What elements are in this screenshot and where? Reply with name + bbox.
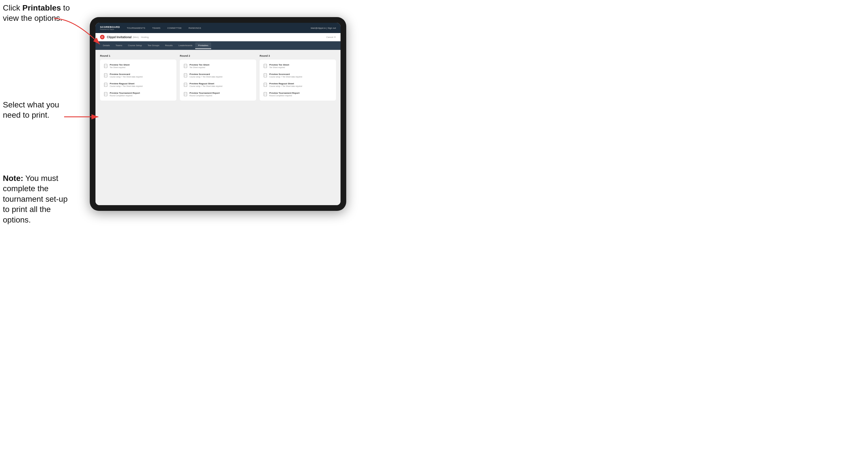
round-title-3: Round 3	[259, 55, 336, 57]
sub-navigation: Details Teams Course Setup Tee Groups Re…	[95, 41, 341, 50]
print-item-subtitle: Tee Sheet required	[189, 66, 210, 68]
tab-leaderboards[interactable]: Leaderboards	[176, 42, 195, 49]
print-item-r3-2[interactable]: Preview Scorecard Course setup + Tee She…	[262, 72, 333, 79]
print-item-title: Preview Scorecard	[110, 73, 143, 75]
round-section-2: Round 2 Preview Tee Sheet Tee Sheet requ…	[180, 55, 256, 101]
main-content: Round 1 Preview Tee Sheet Tee Sheet requ…	[95, 50, 341, 205]
user-info: blair@clippd.io | Sign out	[311, 27, 336, 29]
print-item-subtitle: Course setup + Tee Sheet data required	[189, 76, 222, 78]
tab-tee-groups[interactable]: Tee Groups	[145, 42, 162, 49]
print-item-r1-1[interactable]: Preview Tee Sheet Tee Sheet required	[103, 62, 174, 69]
instruction-bottom: Note: You must complete the tournament s…	[3, 173, 74, 225]
tournament-status: Hosting	[141, 36, 149, 38]
print-item-title: Preview Raguzzi Sheet	[189, 82, 222, 85]
arrow-to-printables	[51, 16, 108, 53]
rounds-grid: Round 1 Preview Tee Sheet Tee Sheet requ…	[100, 55, 336, 101]
print-item-text: Preview Scorecard Course setup + Tee She…	[269, 73, 302, 78]
round-card-1: Preview Tee Sheet Tee Sheet required Pre…	[100, 60, 176, 101]
print-item-text: Preview Tee Sheet Tee Sheet required	[269, 64, 289, 68]
print-item-subtitle: Tee Sheet required	[110, 66, 130, 68]
print-item-text: Preview Tournament Report Round Completi…	[189, 92, 220, 97]
tablet-screen: SCOREBOARD Powered by clippd TOURNAMENTS…	[95, 23, 341, 205]
print-item-title: Preview Tee Sheet	[189, 64, 210, 66]
print-item-r1-4[interactable]: Preview Tournament Report Round Completi…	[103, 91, 174, 98]
print-item-title: Preview Tee Sheet	[269, 64, 289, 66]
print-item-subtitle: Round Completion required	[189, 95, 220, 97]
print-item-text: Preview Scorecard Course setup + Tee She…	[110, 73, 143, 78]
print-item-r2-2[interactable]: Preview Scorecard Course setup + Tee She…	[183, 72, 253, 79]
print-item-text: Preview Raguzzi Sheet Course setup + Tee…	[189, 82, 222, 87]
round-card-3: Preview Tee Sheet Tee Sheet required Pre…	[259, 60, 336, 101]
nav-rankings[interactable]: RANKINGS	[187, 26, 202, 30]
print-item-text: Preview Raguzzi Sheet Course setup + Tee…	[269, 82, 302, 87]
print-item-r2-3[interactable]: Preview Raguzzi Sheet Course setup + Tee…	[183, 81, 253, 88]
round-title-1: Round 1	[100, 55, 176, 57]
cancel-button[interactable]: Cancel ✕	[326, 36, 336, 38]
document-icon	[264, 83, 268, 87]
instruction-middle: Select what youneed to print.	[3, 100, 66, 121]
tab-course-setup[interactable]: Course Setup	[125, 42, 145, 49]
document-icon	[264, 64, 268, 68]
nav-teams[interactable]: TEAMS	[151, 26, 162, 30]
document-icon	[264, 92, 268, 97]
document-icon	[184, 83, 188, 87]
print-item-text: Preview Tee Sheet Tee Sheet required	[110, 64, 130, 68]
document-icon	[104, 92, 108, 97]
document-icon	[104, 83, 108, 87]
round-section-3: Round 3 Preview Tee Sheet Tee Sheet requ…	[259, 55, 336, 101]
print-item-subtitle: Round Completion required	[110, 95, 140, 97]
round-card-2: Preview Tee Sheet Tee Sheet required Pre…	[180, 60, 256, 101]
print-item-text: Preview Tee Sheet Tee Sheet required	[189, 64, 210, 68]
nav-tournaments[interactable]: TOURNAMENTS	[126, 26, 147, 30]
print-item-subtitle: Course setup + Tee Sheet data required	[110, 85, 143, 87]
print-item-r3-1[interactable]: Preview Tee Sheet Tee Sheet required	[262, 62, 333, 69]
print-item-subtitle: Course setup + Tee Sheet data required	[110, 76, 143, 78]
round-section-1: Round 1 Preview Tee Sheet Tee Sheet requ…	[100, 55, 176, 101]
tab-results[interactable]: Results	[162, 42, 176, 49]
tournament-category: (Men)	[133, 36, 139, 38]
document-icon	[184, 92, 188, 97]
print-item-title: Preview Scorecard	[189, 73, 222, 75]
print-item-r1-3[interactable]: Preview Raguzzi Sheet Course setup + Tee…	[103, 81, 174, 88]
print-item-title: Preview Raguzzi Sheet	[269, 82, 302, 85]
print-item-subtitle: Course setup + Tee Sheet data required	[189, 85, 222, 87]
print-item-r3-3[interactable]: Preview Raguzzi Sheet Course setup + Tee…	[262, 81, 333, 88]
print-item-r2-4[interactable]: Preview Tournament Report Round Completi…	[183, 91, 253, 98]
print-item-subtitle: Tee Sheet required	[269, 66, 289, 68]
nav-committee[interactable]: COMMITTEE	[166, 26, 183, 30]
document-icon	[184, 64, 188, 68]
print-item-title: Preview Tournament Report	[189, 92, 220, 94]
document-icon	[184, 73, 188, 78]
document-icon	[104, 64, 108, 68]
instruction-middle-text: Select what youneed to print.	[3, 100, 59, 119]
tournament-name: Clippd Invitational	[107, 36, 132, 39]
tab-teams[interactable]: Teams	[113, 42, 125, 49]
arrow-to-print-items	[61, 108, 104, 125]
top-nav-links: TOURNAMENTS TEAMS COMMITTEE RANKINGS	[126, 26, 311, 30]
tab-printables[interactable]: Printables	[195, 42, 211, 49]
print-item-r1-2[interactable]: Preview Scorecard Course setup + Tee She…	[103, 72, 174, 79]
tournament-header: C Clippd Invitational (Men) Hosting Canc…	[95, 33, 341, 41]
print-item-text: Preview Scorecard Course setup + Tee She…	[189, 73, 222, 78]
print-item-subtitle: Course setup + Tee Sheet data required	[269, 76, 302, 78]
print-item-title: Preview Tournament Report	[110, 92, 140, 94]
document-icon	[264, 73, 268, 78]
print-item-title: Preview Tee Sheet	[110, 64, 130, 66]
print-item-text: Preview Tournament Report Round Completi…	[269, 92, 300, 97]
print-item-r2-1[interactable]: Preview Tee Sheet Tee Sheet required	[183, 62, 253, 69]
print-item-title: Preview Raguzzi Sheet	[110, 82, 143, 85]
print-item-subtitle: Course setup + Tee Sheet data required	[269, 85, 302, 87]
print-item-subtitle: Round Completion required	[269, 95, 300, 97]
round-title-2: Round 2	[180, 55, 256, 57]
top-navigation: SCOREBOARD Powered by clippd TOURNAMENTS…	[95, 23, 341, 33]
print-item-title: Preview Tournament Report	[269, 92, 300, 94]
print-item-r3-4[interactable]: Preview Tournament Report Round Completi…	[262, 91, 333, 98]
print-item-text: Preview Raguzzi Sheet Course setup + Tee…	[110, 82, 143, 87]
tablet-device: SCOREBOARD Powered by clippd TOURNAMENTS…	[90, 17, 346, 211]
document-icon	[104, 73, 108, 78]
instruction-bottom-text: Note: You must complete the tournament s…	[3, 174, 67, 224]
print-item-title: Preview Scorecard	[269, 73, 302, 75]
print-item-text: Preview Tournament Report Round Completi…	[110, 92, 140, 97]
